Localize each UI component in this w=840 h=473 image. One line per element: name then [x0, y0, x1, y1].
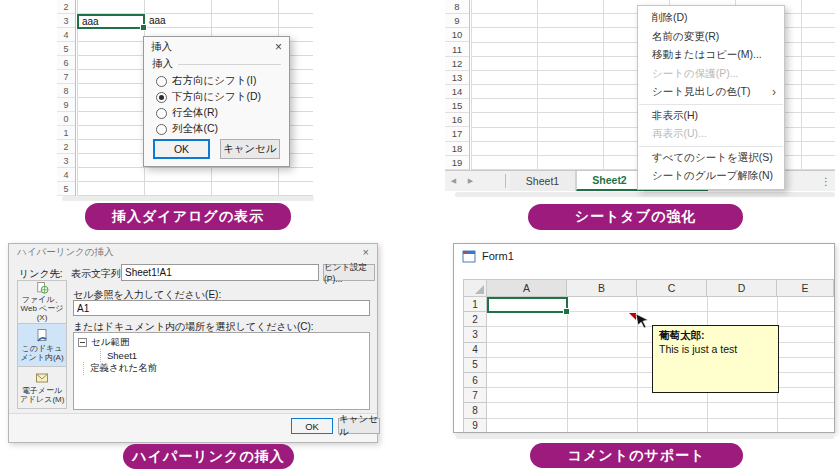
radio-icon[interactable]: [156, 76, 167, 87]
tab-sheet1[interactable]: Sheet1: [510, 171, 576, 191]
insert-groupbox: 挿入: [152, 57, 281, 71]
window-title: Form1: [482, 250, 514, 262]
tree-collapse-icon[interactable]: [78, 338, 87, 347]
insert-dialog: 挿入 × 挿入 右方向にシフト(I) 下方向にシフト(D) 行全体(R): [143, 36, 290, 167]
row-header: 14: [445, 85, 469, 99]
hyperlink-dialog: ハイパーリンクの挿入 × リンク先: 表示文字列(T): Sheet1!A1 ヒ…: [8, 243, 378, 443]
menu-item-ungroup-sheets[interactable]: シートのグループ解除(N): [638, 167, 784, 186]
column-header-e[interactable]: E: [777, 280, 834, 297]
window-titlebar[interactable]: Form1: [454, 244, 834, 268]
menu-item-move-or-copy[interactable]: 移動またはコピー(M)...: [638, 46, 784, 65]
radio-entire-row[interactable]: 行全体(R): [156, 105, 289, 121]
display-text-input[interactable]: Sheet1!A1: [121, 264, 319, 281]
menu-item-hide[interactable]: 非表示(H): [638, 107, 784, 126]
form1-window: Form1 A B C D E 123456789 葡萄太郎:: [453, 243, 835, 433]
menu-separator: [639, 146, 783, 147]
dialog-titlebar[interactable]: 挿入 ×: [144, 37, 289, 56]
cell-reference-input[interactable]: A1: [73, 300, 370, 316]
row-header-column: 123456789: [464, 297, 487, 432]
row-header: 3: [57, 14, 75, 28]
row-header: 13: [445, 71, 469, 85]
row-header: 5: [57, 182, 75, 196]
email-icon: [34, 371, 50, 385]
tree-label: Sheet1: [107, 350, 137, 361]
caption-hyperlink: ハイパーリンクの挿入: [123, 444, 294, 469]
row-header: 9: [445, 14, 469, 28]
row-header: 4: [57, 28, 75, 42]
sidebar-email-address[interactable]: 電子メール アドレス(M): [17, 366, 67, 409]
row-header: 5: [464, 358, 486, 373]
tree-node-defined-names[interactable]: 定義された名前: [83, 362, 365, 375]
caption-comment: コメントのサポート: [530, 443, 743, 468]
row-header: 7: [57, 70, 75, 84]
ok-button[interactable]: OK: [291, 418, 333, 434]
close-icon[interactable]: ×: [363, 246, 369, 258]
column-header-b[interactable]: B: [567, 280, 637, 297]
sidebar-label: ファイル、Web ページ(X): [19, 295, 65, 322]
cancel-button[interactable]: キャンセル: [220, 139, 280, 159]
column-header-a[interactable]: A: [487, 280, 567, 297]
tree-node-sheet1[interactable]: Sheet1: [100, 349, 365, 362]
radio-entire-column[interactable]: 列全体(C): [156, 121, 289, 137]
tab-overflow-icon[interactable]: ⋮: [821, 171, 835, 191]
link-to-label: リンク先:: [19, 267, 62, 281]
link-to-sidebar: ファイル、Web ページ(X) このドキュメント内(A) 電子メール アドレス(…: [17, 280, 67, 409]
row-header: 7: [464, 388, 486, 403]
radio-shift-right[interactable]: 右方向にシフト(I): [156, 73, 289, 89]
sidebar-this-document[interactable]: このドキュメント内(A): [17, 323, 67, 366]
menu-item-delete[interactable]: 削除(D): [638, 9, 784, 28]
row-header: 3: [464, 327, 486, 342]
this-document-icon: [34, 329, 50, 343]
row-header: 8: [57, 84, 75, 98]
menu-separator: [639, 104, 783, 105]
row-header: 6: [464, 373, 486, 388]
screentip-button[interactable]: ヒント設定(P)...: [323, 264, 375, 281]
dialog-title: 挿入: [151, 40, 172, 54]
menu-item-unhide: 再表示(U)...: [638, 125, 784, 144]
radio-label: 行全体(R): [172, 106, 218, 120]
tree-label: セル範囲: [91, 336, 129, 349]
menu-item-protect-sheet: シートの保護(P)...: [638, 65, 784, 84]
tab-scroll-right-icon[interactable]: ▶: [462, 171, 479, 191]
menu-item-select-all-sheets[interactable]: すべてのシートを選択(S): [638, 149, 784, 168]
sidebar-label: このドキュメント内(A): [19, 344, 65, 362]
insert-dialog-panel: 23456789012345 aaa aaa 挿入 × 挿入 右方向にシフト(I…: [57, 0, 313, 196]
panel-edge: [62, 196, 314, 201]
column-header-d[interactable]: D: [707, 280, 777, 297]
dialog-title: ハイパーリンクの挿入: [17, 246, 114, 259]
ok-button[interactable]: OK: [153, 139, 210, 159]
row-header: 17: [445, 127, 469, 141]
radio-selected-icon[interactable]: [156, 92, 167, 103]
selected-cell[interactable]: aaa: [77, 14, 145, 29]
tab-scroll-left-icon[interactable]: ◀: [445, 171, 462, 191]
groupbox-line: [178, 64, 281, 65]
comment-popup: 葡萄太郎: This is just a test: [652, 325, 779, 393]
row-header: 12: [445, 57, 469, 71]
radio-icon[interactable]: [156, 124, 167, 135]
selected-cell-a1[interactable]: [487, 297, 568, 313]
row-header: 19: [445, 156, 469, 170]
column-header-row: A B C D E: [464, 280, 834, 297]
radio-label: 列全体(C): [172, 122, 218, 136]
sidebar-file-webpage[interactable]: ファイル、Web ページ(X): [17, 280, 67, 323]
tab-sheet2[interactable]: Sheet2: [576, 171, 642, 191]
caption-sheet-tabs: シートタブの強化: [528, 204, 743, 230]
row-header-column: 23456789012345: [57, 0, 76, 196]
column-header-c[interactable]: C: [637, 280, 707, 297]
radio-icon[interactable]: [156, 108, 167, 119]
cell-value[interactable]: aaa: [149, 15, 166, 26]
dialog-titlebar[interactable]: ハイパーリンクの挿入 ×: [9, 244, 377, 260]
form-icon: [462, 250, 476, 263]
file-web-icon: [34, 282, 50, 294]
tree-node-cell-range[interactable]: セル範囲: [78, 336, 365, 349]
cancel-button[interactable]: キャンセル: [338, 418, 380, 434]
close-icon[interactable]: ×: [275, 40, 282, 54]
row-header: 9: [57, 98, 75, 112]
row-header: 4: [464, 343, 486, 358]
tab-divider: [505, 174, 506, 188]
radio-shift-down[interactable]: 下方向にシフト(D): [156, 89, 289, 105]
menu-item-rename[interactable]: 名前の変更(R): [638, 28, 784, 47]
row-header: 1: [464, 297, 486, 312]
select-all-corner[interactable]: [464, 280, 487, 297]
menu-item-tab-color[interactable]: シート見出しの色(T) ›: [638, 83, 784, 102]
